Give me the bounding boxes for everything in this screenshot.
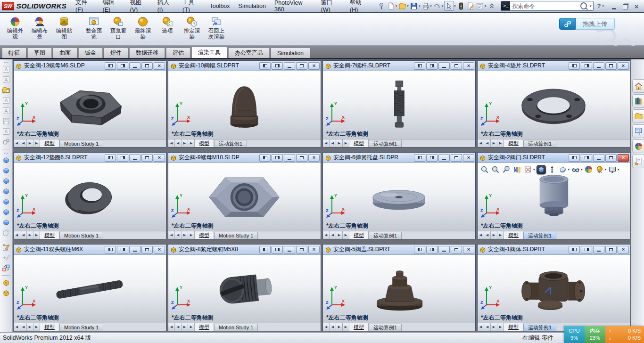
model-viewport[interactable]: YXZ *左右二等角轴测 — [14, 255, 166, 323]
next-tab-button[interactable]: ▶ — [182, 323, 188, 331]
show-left-pane-button[interactable] — [569, 154, 580, 162]
first-tab-button[interactable]: ◀ — [478, 323, 484, 331]
model-tab[interactable]: 模型 — [349, 139, 369, 147]
next-tab-button[interactable]: ▶ — [27, 139, 33, 147]
show-right-pane-button[interactable] — [426, 62, 438, 70]
minimize-window-button[interactable] — [284, 246, 295, 253]
last-tab-button[interactable]: ▶ — [188, 139, 195, 147]
show-right-pane-button[interactable] — [272, 154, 283, 162]
model-tab[interactable]: 模型 — [349, 231, 369, 239]
window-titlebar[interactable]: 安全阀-7螺杆.SLDPRT × — [323, 61, 475, 71]
rotate-view-icon-dropdown[interactable]: ▾ — [568, 168, 570, 172]
model-tab[interactable]: 模型 — [504, 231, 523, 239]
window-titlebar[interactable]: 安全阀-12垫圈6.SLDPRT × — [14, 153, 166, 163]
show-left-pane-button[interactable] — [414, 246, 425, 253]
minimize-window-button[interactable] — [438, 62, 450, 70]
show-right-pane-button[interactable] — [581, 62, 592, 70]
window-titlebar[interactable]: 安全阀-8紧定螺钉M5X8 × — [168, 245, 321, 255]
show-right-pane-button[interactable] — [117, 154, 128, 162]
restore-window-button[interactable] — [451, 62, 462, 70]
magnifying-glass-icon[interactable] — [502, 165, 511, 174]
search-dropdown-icon[interactable]: ▾ — [588, 4, 593, 8]
first-tab-button[interactable]: ◀ — [168, 323, 175, 331]
options-list-icon[interactable] — [476, 1, 485, 10]
view-cube-icon-7[interactable] — [1, 218, 11, 227]
final-render-button[interactable]: 最终渲染 — [131, 14, 155, 41]
view-orientation-icon-dropdown[interactable]: ▾ — [533, 168, 535, 172]
restore-app-button[interactable] — [621, 3, 629, 9]
toolbar-drag-handle[interactable]: ••• — [4, 152, 8, 155]
last-tab-button[interactable]: ▶ — [33, 323, 40, 331]
show-left-pane-button[interactable] — [105, 246, 116, 253]
command-search[interactable]: >_ ▾ — [501, 1, 593, 11]
edit-appearance-button[interactable]: 编辑外观 — [3, 14, 27, 41]
tab-9[interactable]: Simulation — [271, 48, 310, 58]
hide-show-items-icon-dropdown[interactable]: ▾ — [581, 168, 583, 172]
window-titlebar[interactable]: 安全阀-2阀门.SLDPRT × — [478, 153, 630, 163]
close-window-button[interactable]: × — [618, 154, 629, 162]
apply-scene-icon[interactable] — [595, 165, 604, 174]
motion-study-tab[interactable]: 运动算例1 — [523, 140, 556, 147]
show-left-pane-button[interactable] — [259, 154, 271, 162]
section-view-icon[interactable] — [512, 165, 522, 174]
apply-scene-icon-dropdown[interactable]: ▾ — [605, 168, 607, 172]
next-tab-button[interactable]: ▶ — [27, 323, 33, 331]
minimize-window-button[interactable] — [593, 154, 604, 162]
next-tab-button[interactable]: ▶ — [491, 231, 497, 239]
model-tab[interactable]: 模型 — [195, 323, 214, 331]
undo-icon[interactable] — [433, 1, 442, 10]
pan-icon[interactable] — [547, 165, 557, 174]
open-icon-dropdown[interactable]: ▾ — [407, 4, 409, 8]
model-viewport[interactable]: YXZ *左右二等角轴测 — [323, 163, 475, 231]
model-tab[interactable]: 模型 — [40, 139, 59, 147]
motion-study-tab[interactable]: 运动算例1 — [214, 140, 247, 147]
menu-photoview-360[interactable]: PhotoView 360 — [270, 0, 317, 12]
model-viewport[interactable]: YXZ *左右二等角轴测 — [168, 71, 321, 139]
edit-appearance-icon[interactable] — [584, 165, 594, 174]
next-tab-button[interactable]: ▶ — [336, 139, 343, 147]
recall-last-render-button[interactable]: 召回上次渲染 — [204, 14, 229, 41]
save-icon-dropdown[interactable]: ▾ — [419, 4, 421, 8]
restore-window-button[interactable] — [141, 62, 153, 70]
motion-study-tab[interactable]: 运动算例1 — [369, 232, 402, 239]
help-dropdown-icon[interactable]: ▾ — [601, 4, 605, 8]
prev-tab-button[interactable]: ◀ — [330, 323, 336, 331]
save-table-icon[interactable] — [1, 116, 11, 126]
show-right-pane-button[interactable] — [581, 154, 592, 162]
first-tab-button[interactable]: ◀ — [168, 139, 175, 147]
restore-window-button[interactable] — [296, 154, 307, 162]
select-icon[interactable] — [444, 1, 454, 11]
last-tab-button[interactable]: ▶ — [343, 323, 349, 331]
motion-study-tab[interactable]: Motion Study 1 — [59, 324, 103, 331]
first-tab-button[interactable]: ◀ — [323, 139, 330, 147]
last-tab-button[interactable]: ▶ — [33, 139, 40, 147]
view-cube-icon-2[interactable] — [1, 166, 11, 175]
show-right-pane-button[interactable] — [272, 62, 283, 70]
restore-window-button[interactable] — [296, 62, 307, 70]
restore-window-button[interactable] — [451, 154, 462, 162]
search-input[interactable] — [510, 3, 579, 9]
window-titlebar[interactable]: 安全阀-10阀帽.SLDPRT × — [168, 61, 321, 71]
motion-study-tab[interactable]: 运动算例1 — [369, 324, 402, 331]
next-tab-button[interactable]: ▶ — [182, 231, 188, 239]
close-window-button[interactable]: × — [154, 62, 165, 70]
close-window-button[interactable]: × — [618, 246, 629, 253]
restore-window-button[interactable] — [141, 154, 153, 162]
model-viewport[interactable]: YXZ *左右二等角轴测 — [14, 163, 166, 231]
menu-insert[interactable]: 插入(I) — [153, 0, 178, 12]
print-icon[interactable] — [421, 1, 430, 10]
show-left-pane-button[interactable] — [105, 62, 116, 70]
model-tab[interactable]: 模型 — [40, 231, 59, 239]
close-window-button[interactable]: × — [463, 246, 474, 253]
first-tab-button[interactable]: ◀ — [478, 139, 484, 147]
tab-7[interactable]: 渲染工具 — [191, 47, 227, 58]
preview-window-button[interactable]: 预览窗口 — [106, 14, 131, 41]
show-left-pane-button[interactable] — [105, 154, 116, 162]
view-cube-rounded-icon[interactable] — [1, 228, 11, 237]
next-tab-button[interactable]: ▶ — [182, 139, 188, 147]
close-window-button[interactable]: × — [618, 62, 629, 70]
edit-scene-button[interactable]: 编辑布景 — [27, 14, 52, 41]
balloon-icon[interactable]: A — [1, 106, 11, 115]
model-tab[interactable]: 模型 — [349, 323, 369, 331]
new-document-icon-dropdown[interactable]: ▾ — [396, 4, 397, 8]
